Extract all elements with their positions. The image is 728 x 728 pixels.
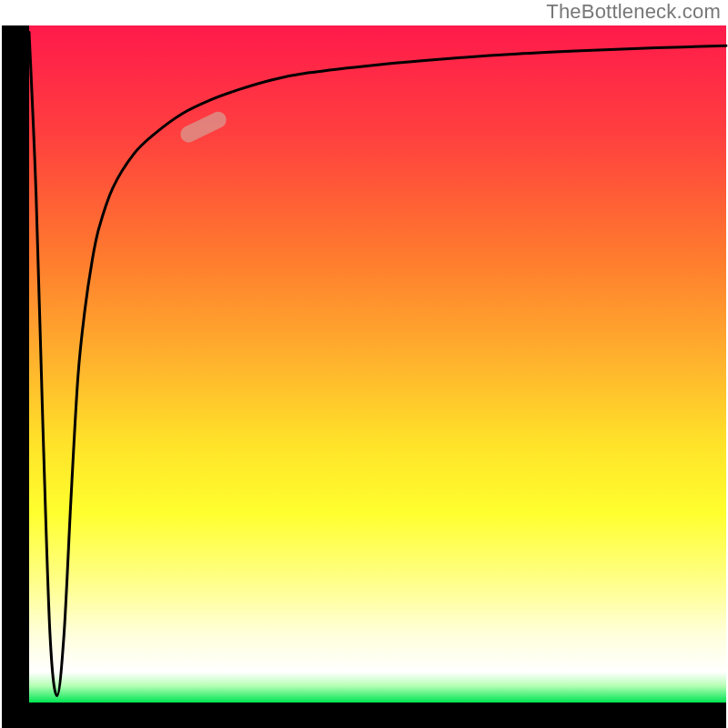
bottleneck-chart bbox=[0, 0, 728, 728]
chart-root: TheBottleneck.com bbox=[0, 0, 728, 728]
y-axis bbox=[2, 25, 29, 728]
x-axis bbox=[2, 703, 726, 728]
watermark-text: TheBottleneck.com bbox=[546, 0, 721, 24]
plot-background bbox=[29, 25, 726, 703]
